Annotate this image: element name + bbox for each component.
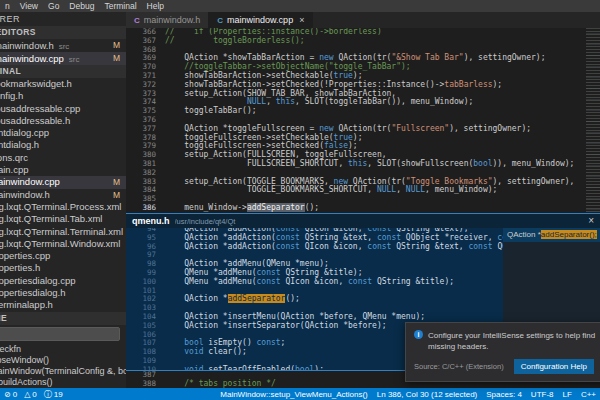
notification-button-configuration-help[interactable]: Configuration Help bbox=[514, 359, 594, 374]
infos-icon: ⓘ bbox=[44, 389, 52, 400]
code-text: // if (Properties::instance()->borderles… bbox=[165, 28, 382, 36]
file-name: qterminalapp.h bbox=[0, 299, 53, 310]
file-tree-item[interactable]: org.lxqt.QTerminal.Process.xml bbox=[0, 201, 126, 213]
notification-footer: Source: C/C++ (Extension) Configuration … bbox=[414, 359, 600, 374]
menu-item-terminal[interactable]: Terminal bbox=[99, 1, 141, 11]
outline-item[interactable]: checkfn bbox=[0, 344, 126, 355]
status-infos[interactable]: ⓘ19 bbox=[44, 389, 63, 400]
code-text: QAction *showTabBarAction = new QAction(… bbox=[165, 53, 546, 62]
code-token: ); bbox=[314, 365, 324, 370]
code-token: QObject *receiver, bbox=[493, 242, 503, 251]
file-tree-item[interactable]: mainwindow.hM bbox=[0, 189, 126, 201]
code-token: QString &title); bbox=[372, 277, 454, 286]
code-token: ; bbox=[281, 338, 286, 347]
outline-item[interactable]: closeWindow() bbox=[0, 355, 126, 366]
code-text: toggleFullscreen->setCheckable(true); bbox=[165, 133, 362, 142]
reference-token: addSeparator(); bbox=[541, 230, 597, 239]
code-token: new bbox=[334, 177, 348, 186]
file-tree-item[interactable]: fontdialog.h bbox=[0, 139, 126, 151]
code-token: "Fullscreen" bbox=[391, 124, 449, 133]
reference-item[interactable]: QAction *addSeparator(); bbox=[503, 228, 600, 242]
file-tree-item[interactable]: config.h bbox=[0, 90, 126, 102]
line-number: 96 bbox=[126, 243, 165, 252]
status-item[interactable]: LF bbox=[563, 390, 572, 399]
file-tree-item[interactable]: org.lxqt.QTerminal.Window.xml bbox=[0, 238, 126, 250]
code-token: ), settingOwner); bbox=[464, 53, 546, 62]
status-errors[interactable]: ⊘0 bbox=[4, 390, 17, 399]
line-number: 110 bbox=[126, 366, 165, 370]
file-tree-item[interactable]: dbusaddressable.cpp bbox=[0, 103, 126, 115]
code-token: , menu_Window); bbox=[425, 185, 497, 194]
code-token: QAction *addAction( bbox=[165, 233, 276, 242]
code-text: TOGGLE_BOOKMARKS_SHORTCUT, NULL, NULL, m… bbox=[165, 185, 497, 194]
code-token: QAction *showTabBarAction = bbox=[165, 53, 319, 62]
file-tree-item[interactable]: main.cpp bbox=[0, 164, 126, 176]
outline-item[interactable]: rebuildActions() bbox=[0, 377, 126, 388]
code-text: setup_Action(TOGGLE_BOOKMARKS, new QActi… bbox=[165, 177, 574, 186]
folder-header[interactable]: QTERMINAL bbox=[0, 65, 126, 78]
file-tree-item[interactable]: qterminalapp.h bbox=[0, 299, 126, 311]
code-text: setup_Action(SHOW_TAB_BAR, showTabBarAct… bbox=[165, 89, 396, 98]
file-tree-item[interactable]: propertiesdialog.cpp bbox=[0, 275, 126, 287]
status-item[interactable]: Ln 386, Col 30 (12 selected) bbox=[377, 390, 478, 399]
outline-header[interactable]: OUTLINE bbox=[0, 312, 126, 325]
code-token: this bbox=[348, 159, 367, 168]
tab-mainwindow.cpp[interactable]: Cmainwindow.cpp× bbox=[209, 12, 313, 28]
code-token: QAction *insertMenu(QAction *before, QMe… bbox=[165, 312, 425, 321]
menu-item-view[interactable]: View bbox=[15, 1, 43, 11]
open-editors-header[interactable]: OPEN EDITORS bbox=[0, 26, 126, 39]
file-name: dbusaddressable.h bbox=[0, 115, 70, 126]
code-token: (); bbox=[285, 294, 299, 303]
code-token: setup_Action(TOGGLE_BOOKMARKS, bbox=[165, 177, 334, 186]
outline-filter-input[interactable] bbox=[0, 327, 120, 341]
code-token: const bbox=[276, 233, 300, 242]
status-item[interactable]: C++ bbox=[581, 390, 596, 399]
file-name: mainwindow.h bbox=[0, 40, 54, 51]
code-token: QAction *addMenu(QMenu *menu); bbox=[165, 259, 329, 268]
menu-item-help[interactable]: Help bbox=[142, 1, 169, 11]
code-text: QAction *toggleFullscreen = new QAction(… bbox=[165, 124, 531, 133]
close-icon[interactable]: × bbox=[588, 216, 594, 226]
file-tree-item[interactable]: org.lxqt.QTerminal.Terminal.xml bbox=[0, 226, 126, 238]
line-number: 95 bbox=[126, 234, 165, 243]
file-name: properties.cpp bbox=[0, 250, 50, 261]
status-warnings[interactable]: △0 bbox=[24, 390, 37, 399]
tab-label: mainwindow.h bbox=[144, 15, 201, 25]
file-tree-item[interactable]: icons.qrc bbox=[0, 152, 126, 164]
file-tree-item[interactable]: bookmarkswidget.h bbox=[0, 78, 126, 90]
file-tree-item[interactable]: propertiesdialog.h bbox=[0, 287, 126, 299]
file-tree-item[interactable]: fontdialog.cpp bbox=[0, 127, 126, 139]
file-tree-item[interactable]: properties.h bbox=[0, 262, 126, 274]
file-path-detail: src bbox=[59, 42, 70, 51]
code-text: void setTearOffEnabled(bool); bbox=[165, 365, 324, 370]
open-editor-item[interactable]: mainwindow.cppsrcM bbox=[0, 52, 126, 65]
modified-badge: M bbox=[113, 52, 120, 65]
status-item[interactable]: Spaces: 4 bbox=[486, 390, 522, 399]
code-token: toggleFullscreen->setCheckable( bbox=[165, 133, 334, 142]
status-problems[interactable]: ⊘0△0ⓘ19 bbox=[4, 389, 63, 400]
status-item[interactable]: MainWindow::setup_ViewMenu_Actions() bbox=[220, 390, 367, 399]
minimap[interactable] bbox=[586, 28, 600, 213]
code-text: //toggleTabbar->setObjectName("toggle_Ta… bbox=[165, 62, 411, 71]
open-editor-item[interactable]: mainwindow.hsrcM bbox=[0, 39, 126, 52]
tab-mainwindow.h[interactable]: Cmainwindow.h bbox=[126, 12, 209, 28]
code-text: void clear(); bbox=[165, 347, 247, 356]
outline-item[interactable]: MainWindow(TerminalConfig &, bool... bbox=[0, 366, 126, 377]
code-token: "Toggle Bookmarks" bbox=[406, 177, 493, 186]
status-item[interactable]: UTF-8 bbox=[531, 390, 554, 399]
explorer-sidebar-content: EXPLORER OPEN EDITORS mainwindow.hsrcMma… bbox=[0, 12, 126, 388]
file-tree-item[interactable]: org.lxqt.QTerminal.Tab.xml bbox=[0, 213, 126, 225]
cpp-file-icon: C bbox=[217, 16, 223, 25]
code-text: setup_Action(FULLSCREEN, toggleFullscree… bbox=[165, 150, 387, 159]
close-icon[interactable]: × bbox=[299, 15, 304, 25]
code-token bbox=[165, 347, 184, 356]
file-tree-item[interactable]: mainwindow.cppM bbox=[0, 176, 126, 188]
file-tree-item[interactable]: properties.cpp bbox=[0, 250, 126, 262]
menu-item-n[interactable]: n bbox=[0, 1, 15, 11]
menu-item-go[interactable]: Go bbox=[43, 1, 64, 11]
code-token: NULL bbox=[377, 185, 396, 194]
editor-code-area[interactable]: 366// if (Properties::instance()->border… bbox=[126, 28, 600, 213]
menu-item-debug[interactable]: Debug bbox=[64, 1, 99, 11]
code-token: , bbox=[266, 97, 276, 106]
file-tree-item[interactable]: dbusaddressable.h bbox=[0, 115, 126, 127]
